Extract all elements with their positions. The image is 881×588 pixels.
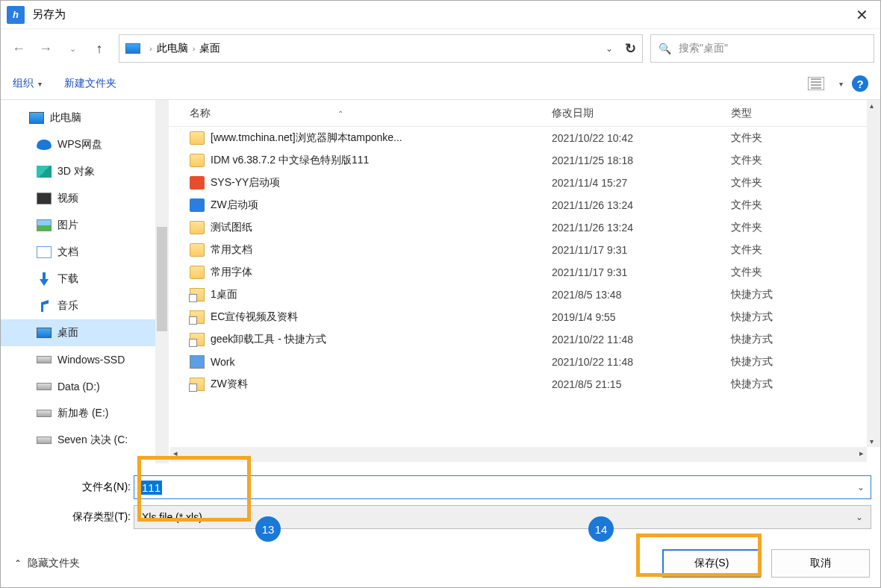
hide-folders-button[interactable]: ⌃ 隐藏文件夹	[14, 557, 80, 570]
tree-item-label: Seven 决决 (C:	[57, 434, 128, 447]
file-row[interactable]: 1桌面2021/8/5 13:48快捷方式	[169, 284, 880, 306]
file-icon	[190, 176, 205, 190]
file-row[interactable]: ZW启动项2021/11/26 13:24文件夹	[169, 194, 880, 216]
file-name: [www.tmchina.net]浏览器脚本tamponke...	[211, 131, 552, 145]
tree-item-label: 音乐	[57, 299, 78, 313]
tree-item[interactable]: 下载	[1, 266, 169, 293]
file-row[interactable]: geek卸载工具 - 快捷方式2021/10/22 11:48快捷方式	[169, 328, 880, 351]
forward-button[interactable]: →	[34, 37, 57, 60]
tree-item[interactable]: Data (D:)	[1, 373, 169, 400]
tree-item[interactable]: 视频	[1, 185, 169, 212]
filename-input[interactable]: 111 ⌄	[134, 475, 871, 499]
col-type[interactable]: 类型	[731, 107, 880, 120]
filename-dropdown-icon[interactable]: ⌄	[857, 482, 865, 492]
tree-root[interactable]: 此电脑	[1, 104, 169, 131]
scroll-left-icon[interactable]: ◂	[173, 448, 178, 458]
v-scrollbar[interactable]: ▴ ▾	[867, 100, 880, 447]
file-type: 快捷方式	[731, 378, 880, 391]
file-list: 名称⌃ 修改日期 类型 [www.tmchina.net]浏览器脚本tampon…	[169, 100, 880, 463]
file-row[interactable]: 测试图纸2021/11/26 13:24文件夹	[169, 216, 880, 239]
file-date: 2019/1/4 9:55	[552, 311, 731, 323]
tree-item-label: WPS网盘	[57, 138, 102, 151]
disk-icon	[37, 437, 52, 444]
help-button[interactable]: ?	[852, 75, 868, 92]
file-row[interactable]: 常用字体2021/11/17 9:31文件夹	[169, 261, 880, 284]
file-date: 2021/10/22 11:48	[552, 356, 731, 368]
view-mode-dropdown[interactable]: ▾	[834, 73, 847, 94]
save-button[interactable]: 保存(S)	[662, 549, 761, 578]
file-date: 2021/11/26 13:24	[552, 199, 731, 211]
scroll-thumb[interactable]	[157, 227, 167, 331]
file-name: EC宣传视频及资料	[211, 310, 552, 324]
tree-scrollbar[interactable]	[155, 100, 169, 463]
search-input[interactable]: 🔍 搜索"桌面"	[650, 34, 874, 63]
footer: ⌃ 隐藏文件夹 保存(S) 取消	[1, 539, 880, 587]
cancel-button[interactable]: 取消	[771, 549, 870, 578]
breadcrumb-root[interactable]: 此电脑	[157, 42, 188, 55]
recent-dropdown[interactable]: ⌄	[60, 37, 84, 60]
filetype-value: Xls file (*.xls)	[142, 511, 202, 523]
file-row[interactable]: IDM v6.38.7.2 中文绿色特别版1112021/11/25 18:18…	[169, 149, 880, 172]
new-folder-button[interactable]: 新建文件夹	[64, 77, 116, 90]
search-placeholder: 搜索"桌面"	[679, 42, 728, 55]
organize-menu[interactable]: 组织▾	[13, 77, 42, 90]
file-row[interactable]: 常用文档2021/11/17 9:31文件夹	[169, 239, 880, 261]
scroll-up-icon[interactable]: ▴	[870, 101, 874, 110]
view-mode-button[interactable]	[803, 73, 829, 94]
file-row[interactable]: [www.tmchina.net]浏览器脚本tamponke...2021/10…	[169, 127, 880, 149]
file-icon	[190, 333, 205, 346]
file-icon	[190, 378, 205, 391]
disk-icon	[37, 383, 52, 390]
file-row[interactable]: EC宣传视频及资料2019/1/4 9:55快捷方式	[169, 306, 880, 328]
tree-item[interactable]: 图片	[1, 212, 169, 239]
tree-item[interactable]: Seven 决决 (C:	[1, 427, 169, 454]
filetype-select[interactable]: Xls file (*.xls) ⌄	[134, 505, 871, 529]
refresh-button[interactable]: ↻	[625, 40, 636, 57]
file-row[interactable]: SYS-YY启动项2021/11/4 15:27文件夹	[169, 172, 880, 194]
file-name: 测试图纸	[211, 221, 552, 234]
file-row[interactable]: Work2021/10/22 11:48快捷方式	[169, 351, 880, 373]
file-name: 常用字体	[211, 266, 552, 279]
tree-item[interactable]: 桌面	[1, 319, 169, 346]
annotation-badge-14: 14	[588, 516, 614, 542]
tree-item[interactable]: 3D 对象	[1, 158, 169, 185]
pic-icon	[37, 219, 52, 231]
tree-item[interactable]: WPS网盘	[1, 131, 169, 158]
pc-icon	[29, 112, 44, 124]
file-type: 快捷方式	[731, 355, 880, 369]
tree-item[interactable]: 文档	[1, 239, 169, 266]
file-row[interactable]: ZW资料2021/8/5 21:15快捷方式	[169, 373, 880, 395]
address-bar[interactable]: › 此电脑 › 桌面 ⌄ ↻	[119, 34, 643, 63]
scroll-right-icon[interactable]: ▸	[859, 448, 864, 458]
col-name[interactable]: 名称⌃	[190, 107, 552, 120]
chevron-right-icon: ›	[193, 44, 196, 53]
file-type: 快捷方式	[731, 288, 880, 301]
file-date: 2021/11/17 9:31	[552, 266, 731, 278]
tree-item-label: 文档	[57, 245, 78, 259]
desktop-icon	[37, 328, 52, 338]
pc-icon	[125, 43, 140, 54]
tree-item-label: 3D 对象	[57, 165, 95, 178]
close-button[interactable]: ✕	[850, 6, 874, 24]
back-button[interactable]: ←	[7, 37, 31, 60]
filetype-dropdown-icon[interactable]: ⌄	[856, 512, 863, 522]
tree-root-label: 此电脑	[50, 111, 81, 125]
chevron-right-icon: ›	[149, 44, 152, 53]
music-icon	[37, 300, 52, 312]
file-type: 文件夹	[731, 266, 880, 279]
cloud-icon	[37, 140, 52, 150]
h-scrollbar[interactable]: ◂ ▸	[170, 447, 867, 462]
file-name: ZW启动项	[211, 198, 552, 212]
tree-item[interactable]: Windows-SSD	[1, 346, 169, 373]
col-date[interactable]: 修改日期	[552, 107, 731, 120]
chevron-up-icon: ⌃	[14, 558, 22, 569]
tree-item[interactable]: 新加卷 (E:)	[1, 400, 169, 427]
tree-item-label: 视频	[57, 192, 78, 205]
up-button[interactable]: ↑	[87, 37, 111, 60]
breadcrumb-leaf[interactable]: 桌面	[199, 42, 220, 55]
addr-dropdown-icon[interactable]: ⌄	[606, 43, 613, 54]
scroll-down-icon[interactable]: ▾	[870, 437, 874, 445]
file-icon	[190, 288, 205, 301]
navbar: ← → ⌄ ↑ › 此电脑 › 桌面 ⌄ ↻ 🔍 搜索"桌面"	[1, 29, 880, 68]
tree-item[interactable]: 音乐	[1, 293, 169, 319]
